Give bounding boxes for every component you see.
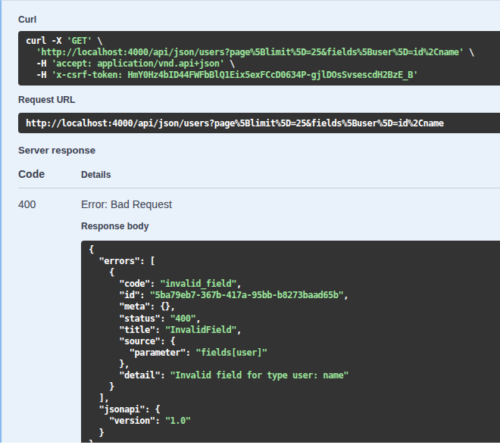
curl-label: Curl xyxy=(18,14,500,25)
details-column-header: Details xyxy=(81,168,111,180)
curl-command-block[interactable]: curl -X 'GET' \ 'http://localhost:4000/a… xyxy=(18,31,500,86)
server-response-label: Server response xyxy=(18,145,500,156)
response-body-label: Response body xyxy=(81,221,500,232)
server-response-row: 400 Error: Bad Request Response body { "… xyxy=(18,188,500,443)
response-body-block[interactable]: { "errors": [ { "code": "invalid_field",… xyxy=(81,241,500,443)
server-response-table-header: Code Details xyxy=(18,168,500,188)
request-url-value: http://localhost:4000/api/json/users?pag… xyxy=(18,113,500,133)
response-details-cell: Error: Bad Request Response body { "erro… xyxy=(81,198,500,443)
response-panel: Curl curl -X 'GET' \ 'http://localhost:4… xyxy=(0,0,500,443)
request-url-label: Request URL xyxy=(18,95,500,105)
response-status-text: Error: Bad Request xyxy=(81,198,500,210)
server-response-table: Code Details 400 Error: Bad Request Resp… xyxy=(18,168,500,443)
code-column-header: Code xyxy=(18,168,81,180)
response-status-code: 400 xyxy=(18,198,81,210)
